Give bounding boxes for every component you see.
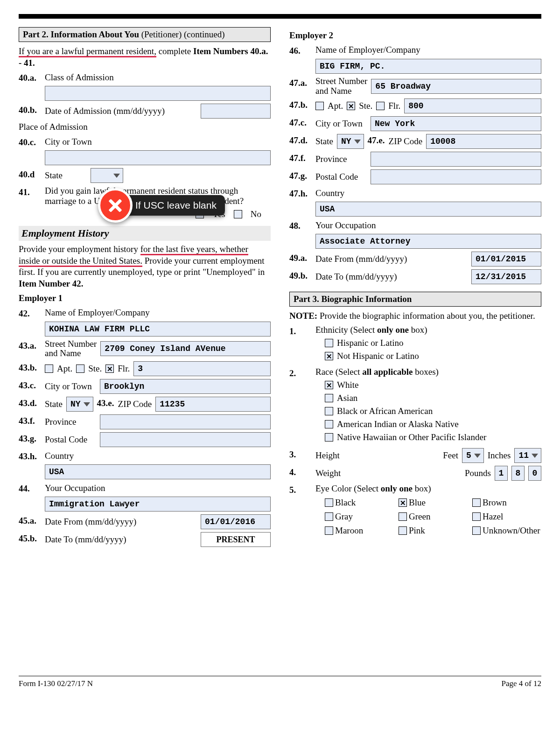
q43h-input[interactable]: USA xyxy=(45,464,271,479)
q47b-apt-checkbox[interactable] xyxy=(315,102,324,110)
q40d-row: 40.d State xyxy=(19,168,271,183)
right-column: Employer 2 46.Name of Employer/Company B… xyxy=(289,27,541,550)
columns: Part 2. Information About You (Petitione… xyxy=(19,27,541,550)
q40c-row: 40.c. City or Town xyxy=(19,136,271,147)
q1-hispanic-checkbox[interactable] xyxy=(325,339,333,347)
part2-header: Part 2. Information About You (Petitione… xyxy=(19,27,271,42)
q40c-input[interactable] xyxy=(45,150,271,165)
top-black-bar xyxy=(19,14,541,19)
q47f-input[interactable] xyxy=(371,152,541,167)
q43b-input[interactable]: 3 xyxy=(133,361,271,376)
q44-input[interactable]: Immigration Lawyer xyxy=(45,497,271,512)
q4-digit2[interactable]: 8 xyxy=(511,466,525,481)
part3-note: NOTE: Provide the biographic information… xyxy=(289,310,541,322)
usc-annotation: If USC leave blank xyxy=(98,188,225,223)
q47g-input[interactable] xyxy=(371,169,541,184)
q40d-label: State xyxy=(45,170,87,181)
q4-digit3[interactable]: 0 xyxy=(528,466,541,481)
q40b-row: 40.b. Date of Admission (mm/dd/yyyy) xyxy=(19,104,271,119)
q40c-number: 40.c. xyxy=(19,136,41,147)
q47b-ste-checkbox[interactable] xyxy=(347,102,355,110)
q47h-input[interactable]: USA xyxy=(315,202,541,217)
eye-gray-checkbox[interactable] xyxy=(325,512,333,521)
q40b-number: 40.b. xyxy=(19,104,41,115)
part2-subtitle: (Petitioner) (continued) xyxy=(141,29,225,39)
close-icon xyxy=(98,188,133,223)
employment-history-heading: Employment History xyxy=(19,226,271,241)
q43e-input[interactable]: 11235 xyxy=(155,397,271,412)
q43f-input[interactable] xyxy=(100,414,271,429)
part3-header: Part 3. Biographic Information xyxy=(289,292,541,307)
q43c-input[interactable]: Brooklyn xyxy=(100,379,271,394)
q43b-apt-checkbox[interactable] xyxy=(45,364,53,373)
eye-hazel-checkbox[interactable] xyxy=(472,512,481,521)
q42-input[interactable]: KOHINA LAW FIRM PLLC xyxy=(45,322,271,336)
q45b-input[interactable]: PRESENT xyxy=(201,532,271,547)
q49a-input[interactable]: 01/01/2015 xyxy=(471,252,541,266)
part3-title: Part 3. Biographic Information xyxy=(294,294,412,304)
q43a-input[interactable]: 2709 Coney Island AVenue xyxy=(100,341,271,356)
q40b-input[interactable] xyxy=(201,104,271,119)
q43b-flr-checkbox[interactable] xyxy=(105,364,114,373)
q2-black-checkbox[interactable] xyxy=(325,407,333,415)
q41-no-checkbox[interactable] xyxy=(234,210,242,218)
q46-input[interactable]: BIG FIRM, PC. xyxy=(315,59,541,74)
employment-intro: Provide your employment history for the … xyxy=(19,244,271,290)
eye-unknown-checkbox[interactable] xyxy=(472,526,481,535)
q47c-input[interactable]: New York xyxy=(371,116,541,131)
dropdown-icon xyxy=(474,454,481,458)
q2-asian-checkbox[interactable] xyxy=(325,394,333,402)
q2-ai-checkbox[interactable] xyxy=(325,420,333,428)
eye-black-checkbox[interactable] xyxy=(325,498,333,507)
q47e-input[interactable]: 10008 xyxy=(426,134,541,149)
eye-pink-checkbox[interactable] xyxy=(399,526,407,535)
q40d-number: 40.d xyxy=(19,168,41,180)
q4-digit1[interactable]: 1 xyxy=(495,466,508,481)
q43d-select[interactable]: NY xyxy=(66,397,93,412)
footer-right: Page 4 of 12 xyxy=(502,679,541,688)
lpr-intro-prefix: If you are a lawful permanent resident, xyxy=(19,46,156,57)
q40c-label: City or Town xyxy=(45,137,92,147)
q43b-ste-checkbox[interactable] xyxy=(76,364,84,373)
q48-input[interactable]: Associate Attorney xyxy=(315,234,541,249)
q47b-flr-checkbox[interactable] xyxy=(376,102,385,110)
q40d-select[interactable] xyxy=(91,168,123,183)
q40b-label: Date of Admission (mm/dd/yyyy) xyxy=(45,106,197,116)
part2-title: Part 2. Information About You xyxy=(23,29,141,39)
footer-left: Form I-130 02/27/17 N xyxy=(19,679,93,688)
q47a-input[interactable]: 65 Broadway xyxy=(371,79,541,94)
employer2-title: Employer 2 xyxy=(289,30,333,40)
q40a-number: 40.a. xyxy=(19,71,41,83)
dropdown-icon xyxy=(113,174,120,178)
q40a-label: Class of Admission xyxy=(45,72,114,83)
eye-brown-checkbox[interactable] xyxy=(472,498,481,507)
left-column: Part 2. Information About You (Petitione… xyxy=(19,27,271,550)
dropdown-icon xyxy=(84,402,90,407)
dropdown-icon xyxy=(532,454,538,458)
eye-green-checkbox[interactable] xyxy=(399,512,407,521)
q45a-input[interactable]: 01/01/2016 xyxy=(201,514,271,529)
q40a-input[interactable] xyxy=(45,86,271,101)
q47d-select[interactable]: NY xyxy=(337,134,364,149)
q43g-input[interactable] xyxy=(100,432,271,447)
q41-number: 41. xyxy=(19,186,41,197)
lpr-intro: If you are a lawful permanent resident, … xyxy=(19,46,271,69)
footer: Form I-130 02/27/17 N Page 4 of 12 xyxy=(19,676,541,688)
q40a-row: 40.a. Class of Admission xyxy=(19,71,271,83)
annotation-label: If USC leave blank xyxy=(121,195,225,216)
q49b-input[interactable]: 12/31/2015 xyxy=(471,269,541,284)
page: Part 2. Information About You (Petitione… xyxy=(19,14,541,688)
q3-feet-select[interactable]: 5 xyxy=(462,448,484,463)
place-of-admission-label: Place of Admission xyxy=(19,121,271,133)
q1-not-hispanic-checkbox[interactable] xyxy=(325,352,333,360)
employer1-title: Employer 1 xyxy=(19,293,63,303)
dropdown-icon xyxy=(354,140,361,144)
q2-white-checkbox[interactable] xyxy=(325,381,333,389)
q2-pi-checkbox[interactable] xyxy=(325,433,333,442)
eye-maroon-checkbox[interactable] xyxy=(325,526,333,535)
eye-blue-checkbox[interactable] xyxy=(399,498,407,507)
q3-inches-select[interactable]: 11 xyxy=(514,448,541,463)
q47b-input[interactable]: 800 xyxy=(404,98,541,113)
